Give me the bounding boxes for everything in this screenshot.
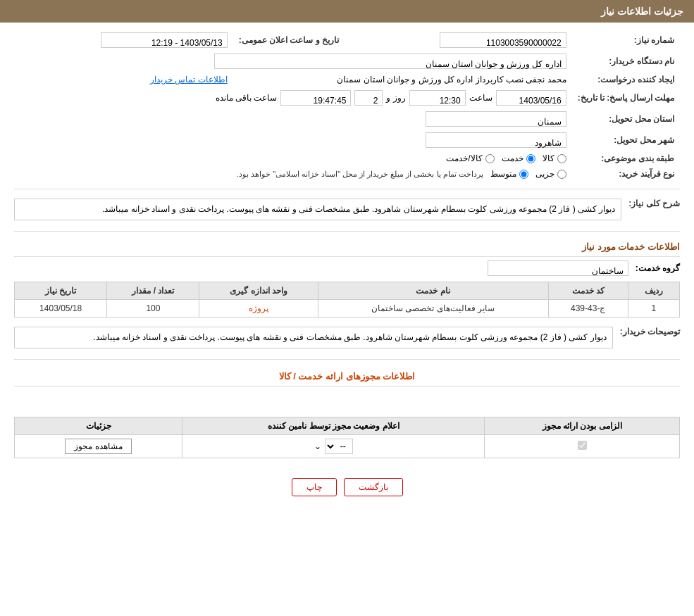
- khadamat-header-row: ردیف کد خدمت نام خدمت واحد اندازه گیری ت…: [15, 282, 680, 300]
- mojavez-row: -- ⌄ مشاهده مجوز: [15, 435, 680, 458]
- radio-khedmat-input[interactable]: [526, 154, 535, 163]
- mohlat-rooz-input: 2: [354, 90, 383, 106]
- sharh-section: شرح کلی نیاز: دیوار کشی ( فاز 2) مجموعه …: [14, 195, 680, 224]
- mohlat-datetime: 1403/05/16 ساعت 12:30 روز و 2 19:47:45 س…: [20, 90, 566, 106]
- radio-motavasset[interactable]: متوسط: [490, 169, 528, 179]
- main-content: شماره نیاز: 1103003590000022 تاریخ و ساع…: [0, 23, 694, 517]
- col-joziyat: جزئیات: [15, 417, 182, 435]
- col-vahed: واحد اندازه گیری: [199, 282, 318, 300]
- mohlat-value: 1403/05/16 ساعت 12:30 روز و 2 19:47:45 س…: [14, 87, 572, 108]
- gorooh-label: گروه خدمت:: [636, 263, 680, 273]
- noe-farayand-label: نوع فرآیند خرید:: [572, 166, 680, 182]
- sharh-text: دیوار کشی ( فاز 2) مجموعه ورزشی کلوت بسط…: [14, 199, 621, 220]
- separator-3: [14, 359, 680, 360]
- radio-khedmat-label: خدمت: [502, 153, 523, 163]
- print-button[interactable]: چاپ: [292, 478, 337, 496]
- shomara-input: 1103003590000022: [440, 32, 566, 48]
- mohlat-label: مهلت ارسال پاسخ: تا تاریخ:: [572, 87, 680, 108]
- mojavez-table: الزامی بودن ارائه مجوز اعلام وضعیت مجوز …: [14, 417, 680, 458]
- mohlat-row: مهلت ارسال پاسخ: تا تاریخ: 1403/05/16 سا…: [14, 87, 680, 108]
- dastgah-input: اداره کل ورزش و جوانان استان سمنان: [214, 54, 566, 69]
- vaziat-select[interactable]: --: [325, 439, 353, 454]
- sharh-label: شرح کلی نیاز:: [628, 195, 680, 208]
- radio-khedmat[interactable]: خدمت: [502, 153, 535, 163]
- ijad-label: ایجاد کننده درخواست:: [572, 72, 680, 87]
- buyer-notes-section: توصیحات خریدار: دیوار کشی ( فاز 2) مجموع…: [14, 323, 680, 352]
- shahr-label: شهر محل تحویل:: [572, 130, 680, 151]
- gorooh-value: ساختمان: [488, 260, 628, 276]
- tabiye-label: طبقه بندی موضوعی:: [572, 151, 680, 166]
- table-row: 1 ج-43-439 سایر فعالیت‌های تخصصی ساختمان…: [15, 300, 680, 318]
- elzami-checkbox: [578, 441, 587, 450]
- ostan-label: استان محل تحویل:: [572, 108, 680, 130]
- shomara-row: شماره نیاز: 1103003590000022 تاریخ و ساع…: [14, 30, 680, 51]
- tabiye-options: کالا خدمت کالا/خدمت: [20, 153, 566, 163]
- col-elzami: الزامی بودن ارائه مجوز: [485, 417, 680, 435]
- show-mojavez-button[interactable]: مشاهده مجوز: [65, 439, 131, 454]
- mande-label: ساعت باقی مانده: [216, 93, 278, 103]
- mojavez-table-body: -- ⌄ مشاهده مجوز: [15, 435, 680, 458]
- page-header: جزئیات اطلاعات نیاز: [0, 0, 694, 23]
- col-radif: ردیف: [628, 282, 679, 300]
- dastgah-value: اداره کل ورزش و جوانان استان سمنان: [14, 51, 572, 72]
- tabiye-row: طبقه بندی موضوعی: کالا خدمت: [14, 151, 680, 166]
- tarikh-elan-label: تاریخ و ساعت اعلان عمومی:: [233, 30, 353, 51]
- khadamat-heading: اطلاعات خدمات مورد نیاز: [14, 237, 680, 257]
- khadamat-table: ردیف کد خدمت نام خدمت واحد اندازه گیری ت…: [14, 282, 680, 318]
- buyer-notes-text: دیوار کشی ( فاز 2) مجموعه ورزشی کلوت بسط…: [14, 327, 613, 348]
- shahr-value: شاهرود: [14, 130, 572, 151]
- sharh-content: دیوار کشی ( فاز 2) مجموعه ورزشی کلوت بسط…: [14, 195, 621, 224]
- separator-1: [14, 189, 680, 189]
- radio-kala-input[interactable]: [557, 154, 566, 163]
- tarikh-elan-value: 1403/05/13 - 12:19: [14, 30, 233, 51]
- radio-jozi[interactable]: جزیی: [535, 169, 566, 179]
- noe-farayand-note: پرداخت تمام یا بخشی از مبلغ خریدار از مح…: [237, 170, 483, 179]
- khadamat-table-body: 1 ج-43-439 سایر فعالیت‌های تخصصی ساختمان…: [15, 300, 680, 318]
- buyer-notes-label: توصیحات خریدار:: [620, 323, 680, 337]
- dropdown-arrow-icon: ⌄: [314, 441, 321, 451]
- radio-jozi-input[interactable]: [557, 170, 566, 179]
- shomara-label: شماره نیاز:: [572, 30, 680, 51]
- col-tarikh: تاریخ نیاز: [15, 282, 107, 300]
- noe-farayand-row: نوع فرآیند خرید: جزیی متوسط پرداخت تمام …: [14, 166, 680, 182]
- ostan-value: سمنان: [14, 108, 572, 130]
- radio-kala-label: کالا: [543, 153, 554, 163]
- col-vaziat: اعلام وضعیت مجوز توسط نامین کننده: [182, 417, 485, 435]
- shomara-value: 1103003590000022: [353, 30, 572, 51]
- page-container: جزئیات اطلاعات نیاز شماره نیاز: 11030035…: [0, 0, 694, 616]
- khadamat-table-head: ردیف کد خدمت نام خدمت واحد اندازه گیری ت…: [15, 282, 680, 300]
- buyer-notes-content: دیوار کشی ( فاز 2) مجموعه ورزشی کلوت بسط…: [14, 323, 613, 352]
- radio-motavasset-input[interactable]: [519, 170, 528, 179]
- contact-link[interactable]: اطلاعات تماس خریدار: [150, 75, 228, 84]
- ijad-value: محمد نجفی نصب کاربرداز اداره کل ورزش و ج…: [233, 72, 572, 87]
- radio-kala-khedmat[interactable]: کالا/خدمت: [446, 153, 494, 163]
- radio-kala[interactable]: کالا: [543, 153, 566, 163]
- separator-2: [14, 231, 680, 232]
- mojavez-table-head: الزامی بودن ارائه مجوز اعلام وضعیت مجوز …: [15, 417, 680, 435]
- noe-farayand-options: جزیی متوسط پرداخت تمام یا بخشی از مبلغ خ…: [20, 169, 566, 179]
- mojavez-heading: اطلاعات مجوزهای ارائه خدمت / کالا: [14, 367, 680, 386]
- back-button[interactable]: بازگشت: [344, 478, 403, 496]
- cell-elzami: [485, 435, 680, 458]
- cell-vahed: پروژه: [199, 300, 318, 318]
- mohlat-date-input: 1403/05/16: [496, 90, 566, 106]
- rooz-label: روز و: [386, 93, 405, 103]
- shahr-row: شهر محل تحویل: شاهرود: [14, 130, 680, 151]
- bottom-buttons: بازگشت چاپ: [14, 464, 680, 510]
- col-nam: نام خدمت: [318, 282, 548, 300]
- saat-label: ساعت: [469, 93, 492, 103]
- ijad-link-cell: اطلاعات تماس خریدار: [14, 72, 233, 87]
- ijad-row: ایجاد کننده درخواست: محمد نجفی نصب کاربر…: [14, 72, 680, 87]
- noe-farayand-value: جزیی متوسط پرداخت تمام یا بخشی از مبلغ خ…: [14, 166, 572, 182]
- cell-vaziat: -- ⌄: [182, 435, 485, 458]
- cell-tarikh: 1403/05/18: [15, 300, 107, 318]
- cell-kod: ج-43-439: [548, 300, 628, 318]
- radio-jozi-label: جزیی: [535, 169, 554, 179]
- dastgah-row: نام دستگاه خریدار: اداره کل ورزش و جوانا…: [14, 51, 680, 72]
- col-kod: کد خدمت: [548, 282, 628, 300]
- radio-kala-khedmat-label: کالا/خدمت: [446, 153, 482, 163]
- radio-kala-khedmat-input[interactable]: [485, 154, 495, 163]
- ijad-text: محمد نجفی نصب کاربرداز اداره کل ورزش و ج…: [337, 75, 566, 84]
- mohlat-mande-input: 19:47:45: [280, 90, 351, 106]
- basic-info-table: شماره نیاز: 1103003590000022 تاریخ و ساع…: [14, 30, 680, 182]
